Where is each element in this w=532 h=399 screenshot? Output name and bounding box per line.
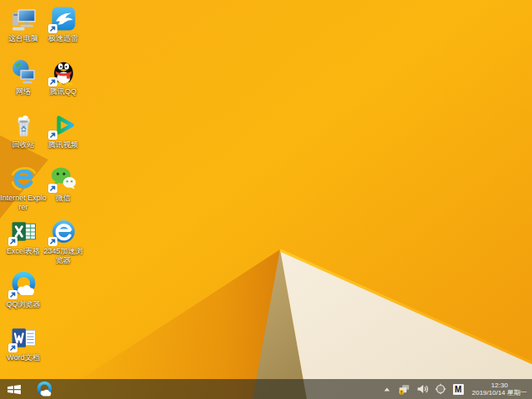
icon-label: QQ浏览器	[0, 300, 47, 309]
desktop-icon-qq-browser[interactable]: QQ浏览器	[0, 271, 47, 309]
tray-utility-icon[interactable]	[435, 383, 446, 395]
icon-label: 极速迅雷	[40, 34, 86, 43]
crosshair-circle-icon	[435, 383, 446, 395]
shortcut-arrow-icon	[48, 77, 57, 86]
shortcut-arrow-icon	[48, 184, 57, 193]
desktop-icon-browser-2345[interactable]: 2345加速浏览器	[40, 218, 86, 264]
system-tray: M 12:30 2019/10/14 星期一	[382, 379, 532, 399]
chevron-up-icon	[382, 385, 392, 394]
desktop-icon-tencent-video[interactable]: 腾讯视频	[40, 111, 86, 150]
shortcut-arrow-icon	[8, 290, 17, 299]
desktop-icon-tencent-qq[interactable]: 腾讯QQ	[40, 58, 86, 96]
icon-label: 2345加速浏览器	[40, 247, 86, 264]
shortcut-arrow-icon	[48, 237, 57, 246]
desktop-icon-wechat[interactable]: 微信	[40, 165, 86, 203]
internet-explorer-icon	[10, 165, 37, 192]
clock-time: 12:30	[491, 382, 508, 390]
desktop-icon-word[interactable]: Word文档	[0, 324, 47, 362]
recycle-bin-icon	[10, 111, 37, 139]
taskbar-clock[interactable]: 12:30 2019/10/14 星期一	[470, 382, 527, 397]
icon-label: 腾讯视频	[40, 140, 86, 150]
icon-label: 腾讯QQ	[40, 87, 86, 96]
network-icon	[10, 58, 37, 86]
qq-browser-icon	[36, 381, 53, 398]
start-button[interactable]	[0, 379, 28, 399]
clock-date: 2019/10/14 星期一	[472, 389, 527, 397]
shortcut-arrow-icon	[48, 131, 57, 140]
shortcut-arrow-icon	[48, 24, 57, 33]
shortcut-arrow-icon	[8, 237, 17, 246]
volume-icon[interactable]	[416, 383, 428, 395]
speaker-icon	[416, 383, 428, 395]
windows-logo-icon	[7, 383, 22, 396]
show-hidden-icons-button[interactable]	[382, 385, 392, 394]
network-status-icon[interactable]	[398, 383, 410, 395]
icon-label: 微信	[40, 194, 86, 203]
this-pc-icon	[10, 5, 37, 32]
network-warning-icon	[398, 383, 410, 395]
taskbar-pinned-qq-browser[interactable]	[32, 379, 57, 399]
shortcut-arrow-icon	[8, 343, 17, 352]
icon-label: Word文档	[0, 353, 47, 362]
ime-indicator[interactable]: M	[453, 384, 464, 395]
windows-desktop: { "desktop": { "icons": [ {"label": "这台电…	[0, 0, 532, 399]
desktop-icon-xunlei[interactable]: 极速迅雷	[40, 5, 86, 43]
taskbar: M 12:30 2019/10/14 星期一	[0, 379, 532, 399]
